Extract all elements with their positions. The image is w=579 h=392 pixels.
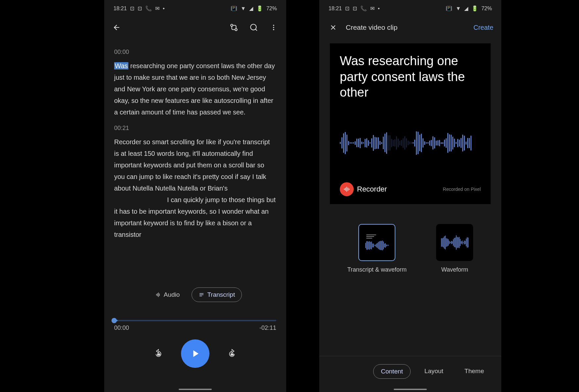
svg-rect-8	[158, 292, 159, 297]
app-bar: Create video clip Create	[319, 17, 501, 38]
tab-content[interactable]: Content	[373, 364, 411, 379]
crop-icon[interactable]	[228, 22, 240, 33]
option-transcript-waveform[interactable]: Transcript & waveform	[347, 224, 407, 273]
signal-icon: ◢	[464, 5, 468, 12]
phone-icon: 📞	[360, 5, 367, 12]
transcript-paragraph[interactable]: Recorder so smart scrolling for like if …	[114, 136, 276, 240]
tab-layout[interactable]: Layout	[417, 364, 451, 379]
svg-point-3	[273, 25, 274, 26]
highlighted-word: Was	[114, 62, 128, 69]
battery-percent: 72%	[266, 6, 277, 12]
wifi-icon: ▼	[241, 6, 246, 12]
svg-rect-9	[159, 293, 160, 296]
svg-point-2	[250, 24, 256, 30]
transcript-paragraph[interactable]: Was researching one party consent laws t…	[114, 60, 276, 118]
progress-bar[interactable]	[114, 320, 276, 321]
svg-text:10: 10	[157, 353, 160, 356]
battery-icon: 🔋	[471, 5, 478, 12]
phone-create-video-clip: 18:21 ⊡ ⊡ 📞 ✉ • 📳 ▼ ◢ 🔋 72% Create video…	[319, 0, 501, 392]
dot-icon: •	[163, 6, 165, 12]
camera-icon: ⊡	[130, 5, 134, 12]
create-button[interactable]: Create	[473, 24, 493, 31]
remaining-time: -02:11	[259, 325, 276, 331]
tab-theme[interactable]: Theme	[457, 364, 491, 379]
home-indicator[interactable]	[179, 389, 212, 390]
status-bar: 18:21 ⊡ ⊡ 📞 ✉ • 📳 ▼ ◢ 🔋 72%	[319, 0, 501, 17]
recorder-badge: Recorder	[340, 182, 387, 196]
svg-rect-16	[345, 188, 346, 191]
home-indicator[interactable]	[394, 389, 427, 390]
battery-percent: 72%	[481, 6, 492, 12]
wifi-icon: ▼	[456, 6, 461, 12]
svg-rect-7	[157, 293, 158, 296]
phone-icon: 📞	[145, 5, 152, 12]
transcript-body: 00:00 Was researching one party consent …	[104, 38, 286, 252]
play-button[interactable]	[181, 339, 209, 368]
audio-toggle[interactable]: Audio	[149, 287, 187, 302]
recorded-on-label: Recorded on Pixel	[443, 187, 481, 192]
timestamp: 00:00	[114, 49, 276, 56]
instagram-icon: ⊡	[138, 5, 142, 12]
transcript-toggle[interactable]: Transcript	[192, 287, 242, 302]
svg-rect-18	[348, 188, 348, 191]
mini-waveform-icon	[365, 240, 389, 250]
recorder-label: Recorder	[357, 185, 387, 194]
rewind-10-button[interactable]: 10	[153, 348, 164, 360]
back-button[interactable]	[111, 22, 123, 33]
page-title: Create video clip	[346, 23, 397, 31]
video-preview: Was researching one party consent laws t…	[330, 43, 491, 204]
timestamp: 00:21	[114, 125, 276, 132]
option-waveform[interactable]: Waveform	[436, 224, 473, 273]
dot-icon: •	[378, 6, 380, 12]
clip-style-options: Transcript & waveform Waveform	[319, 224, 501, 273]
player-controls: 00:00 -02:11 10 10	[104, 313, 286, 392]
svg-point-4	[273, 27, 274, 28]
svg-point-5	[273, 29, 274, 30]
signal-icon: ◢	[249, 5, 253, 12]
svg-rect-6	[156, 294, 157, 296]
svg-rect-15	[344, 189, 345, 190]
phone-recorder-transcript: 18:21 ⊡ ⊡ 📞 ✉ • 📳 ▼ ◢ 🔋 72% 00:	[104, 0, 286, 392]
current-time: 00:00	[114, 325, 129, 331]
status-time: 18:21	[113, 6, 127, 12]
recorder-icon	[340, 182, 354, 196]
vibrate-icon: 📳	[231, 5, 237, 12]
svg-rect-17	[346, 187, 347, 192]
vibrate-icon: 📳	[446, 5, 452, 12]
mail-icon: ✉	[155, 5, 159, 12]
svg-point-0	[231, 24, 233, 26]
svg-point-1	[235, 28, 237, 31]
status-time: 18:21	[329, 6, 342, 12]
status-bar: 18:21 ⊡ ⊡ 📞 ✉ • 📳 ▼ ◢ 🔋 72%	[104, 0, 286, 17]
battery-icon: 🔋	[256, 5, 263, 12]
progress-thumb[interactable]	[111, 318, 117, 323]
forward-10-button[interactable]: 10	[226, 348, 238, 360]
app-bar	[104, 17, 286, 38]
mini-waveform-icon	[441, 235, 468, 249]
svg-rect-19	[349, 189, 349, 190]
mail-icon: ✉	[370, 5, 375, 12]
instagram-icon: ⊡	[353, 5, 357, 12]
search-icon[interactable]	[248, 22, 260, 33]
svg-text:10: 10	[231, 353, 233, 356]
view-toggle: Audio Transcript	[104, 283, 286, 306]
camera-icon: ⊡	[345, 5, 349, 12]
more-icon[interactable]	[268, 22, 280, 33]
waveform	[340, 104, 481, 183]
text-lines-icon	[366, 235, 376, 239]
bottom-tabs: Content Layout Theme	[319, 356, 501, 379]
close-button[interactable]	[327, 22, 339, 33]
preview-text: Was researching one party consent laws t…	[340, 53, 481, 101]
